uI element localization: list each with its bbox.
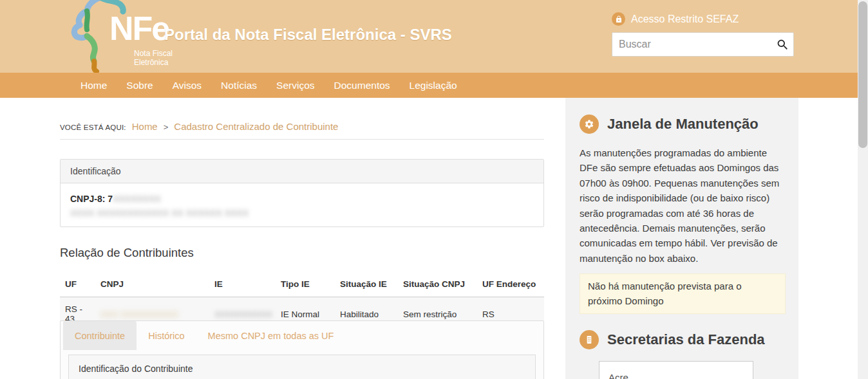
nav-item-documentos[interactable]: Documentos [325,73,400,98]
nav-item-noticias[interactable]: Notícias [211,73,267,98]
nav-item-avisos[interactable]: Avisos [163,73,211,98]
breadcrumb-label: VOCÊ ESTÁ AQUI: [60,124,126,131]
header: NFe Nota Fiscal Eletrônica Portal da Not… [0,0,858,73]
cnpj8-value-prefix: 7 [108,194,113,204]
cnpj8-line: CNPJ-8: 7XXXXXXXX [70,192,534,206]
search-input[interactable] [612,39,771,50]
col-cnpj: CNPJ [95,273,209,297]
search-box [612,32,794,57]
restricted-access-link[interactable]: Acesso Restrito SEFAZ [612,12,739,26]
contributor-identification-header: Identificação do Contribuinte [69,355,535,379]
main-nav: Home Sobre Avisos Notícias Serviços Docu… [0,73,858,98]
maintenance-title: Janela de Manutenção [607,116,759,133]
breadcrumb-divider [60,139,544,140]
cnpj8-value-redacted: XXXXXXXX [113,194,161,204]
maintenance-notice: Não há manutenção prevista para o próxim… [580,273,786,314]
tab-bar: Contribuinte Histórico Mesmo CNPJ em tod… [61,321,543,350]
state-select[interactable]: Acre [599,361,753,379]
breadcrumb: VOCÊ ESTÁ AQUI: Home > Cadastro Centrali… [60,121,338,132]
maintenance-heading: Janela de Manutenção [580,115,784,134]
maintenance-text: As manutenções programadas do ambiente D… [580,145,784,266]
contributor-tab-panel: Contribuinte Histórico Mesmo CNPJ em tod… [60,320,544,379]
tab-historico[interactable]: Histórico [137,321,196,350]
contributor-identification-panel: Identificação do Contribuinte [68,355,536,379]
cell-cnpj-redacted: XXX XXXXXXXXXX [100,310,178,319]
col-ie: IE [209,273,276,297]
secretarias-heading: Secretarias da Fazenda [580,330,784,349]
table-header-row: UF CNPJ IE Tipo IE Situação IE Situação … [60,273,544,297]
nav-item-legislacao[interactable]: Legislação [400,73,467,98]
search-icon[interactable] [771,38,793,51]
logo-nfe-text: NFe [109,9,169,48]
page-scrollbar[interactable] [858,0,868,379]
identification-panel-header: Identificação [61,160,543,183]
nav-item-servicos[interactable]: Serviços [267,73,324,98]
col-tipo-ie: Tipo IE [276,273,335,297]
breadcrumb-separator: > [164,122,169,132]
cnpj8-label: CNPJ-8: [70,194,105,204]
col-uf-endereco: UF Endereço [477,273,544,297]
main-content: VOCÊ ESTÁ AQUI: Home > Cadastro Centrali… [0,98,565,379]
logo-subtitle-2: Eletrônica [134,58,168,67]
sidebar: Janela de Manutenção As manutenções prog… [565,98,798,379]
col-situacao-cnpj: Situação CNPJ [398,273,477,297]
scrollbar-thumb[interactable] [858,1,867,148]
nav-item-home[interactable]: Home [71,73,117,98]
nav-item-sobre[interactable]: Sobre [117,73,162,98]
breadcrumb-current[interactable]: Cadastro Centralizado de Contribuinte [174,121,338,132]
lock-icon [612,12,625,26]
restricted-access-label: Acesso Restrito SEFAZ [631,14,739,25]
cell-ie-redacted: XXXXXXXXXX [214,310,272,319]
nfe-logo[interactable]: NFe Nota Fiscal Eletrônica [55,0,169,73]
gear-icon [580,115,599,134]
identification-panel: Identificação CNPJ-8: 7XXXXXXXX XXXX XXX… [60,159,544,227]
breadcrumb-home-link[interactable]: Home [132,121,158,132]
state-select-value: Acre [609,372,628,379]
page: NFe Nota Fiscal Eletrônica Portal da Not… [0,0,868,379]
secretarias-title: Secretarias da Fazenda [607,331,765,348]
page-title: Portal da Nota Fiscal Eletrônica - SVRS [164,26,452,44]
building-icon [580,330,599,349]
tab-contribuinte[interactable]: Contribuinte [63,321,137,350]
company-name-redacted: XXXX XXXXXXXXXXXX XX XXXXXX XXXX [70,206,534,220]
col-situacao-ie: Situação IE [335,273,398,297]
tab-mesmo-cnpj[interactable]: Mesmo CNPJ em todas as UF [196,321,346,350]
contributors-title: Relação de Contribuintes [60,246,194,260]
col-uf: UF [60,273,95,297]
logo-subtitle-1: Nota Fiscal [134,49,173,58]
